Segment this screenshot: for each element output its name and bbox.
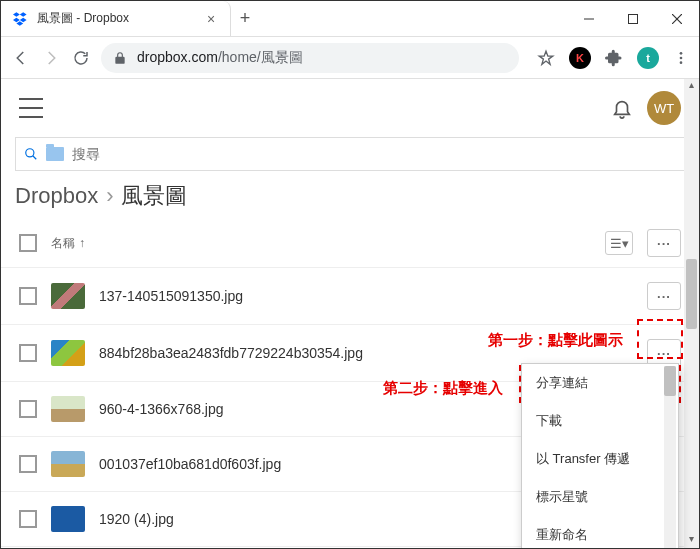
scroll-down-arrow[interactable]: ▾ (684, 533, 699, 548)
app-header: WT (1, 79, 699, 137)
chevron-right-icon: › (106, 183, 113, 209)
search-bar[interactable] (15, 137, 685, 171)
browser-titlebar: 風景圖 - Dropbox × + (1, 1, 699, 37)
forward-button[interactable] (41, 48, 61, 68)
file-name[interactable]: 137-140515091350.jpg (99, 288, 633, 304)
svg-point-4 (680, 52, 683, 55)
extensions-icon[interactable] (605, 49, 623, 67)
close-icon[interactable]: × (204, 12, 218, 26)
dropbox-icon (13, 11, 29, 27)
thumbnail (51, 396, 85, 422)
minimize-button[interactable] (567, 1, 611, 36)
svg-point-6 (680, 61, 683, 64)
breadcrumb-current: 風景圖 (121, 181, 187, 211)
new-tab-button[interactable]: + (231, 1, 259, 36)
lock-icon (113, 51, 127, 65)
scroll-thumb[interactable] (686, 259, 697, 329)
close-window-button[interactable] (655, 1, 699, 36)
browser-toolbar: dropbox.com/home/風景圖 K t (1, 37, 699, 79)
svg-point-5 (680, 56, 683, 59)
view-mode-button[interactable]: ☰▾ (605, 231, 633, 255)
url-text: dropbox.com/home/風景圖 (137, 49, 303, 67)
svg-rect-1 (629, 14, 638, 23)
select-all-checkbox[interactable] (19, 234, 37, 252)
context-menu: 分享連結 下載 以 Transfer 傳遞 標示星號 重新命名 (521, 363, 679, 549)
address-bar[interactable]: dropbox.com/home/風景圖 (101, 43, 519, 73)
hamburger-menu-icon[interactable] (19, 98, 43, 118)
browser-tab[interactable]: 風景圖 - Dropbox × (1, 1, 231, 36)
svg-line-8 (33, 156, 37, 160)
profile-avatar-icon[interactable]: t (637, 47, 659, 69)
list-header: 名稱 ↑ ☰▾ ··· (1, 219, 699, 268)
svg-point-7 (26, 149, 34, 157)
row-checkbox[interactable] (19, 455, 37, 473)
window-controls (567, 1, 699, 36)
browser-menu-icon[interactable] (673, 50, 689, 66)
page-scrollbar[interactable]: ▴ ▾ (684, 79, 699, 548)
search-icon (24, 147, 38, 161)
file-row[interactable]: 137-140515091350.jpg ··· (1, 268, 699, 325)
star-icon[interactable] (537, 49, 555, 67)
breadcrumb-root[interactable]: Dropbox (15, 183, 98, 209)
row-checkbox[interactable] (19, 510, 37, 528)
extension-k-icon[interactable]: K (569, 47, 591, 69)
thumbnail (51, 506, 85, 532)
tab-title: 風景圖 - Dropbox (37, 10, 196, 27)
menu-share-link[interactable]: 分享連結 (522, 364, 678, 402)
thumbnail (51, 451, 85, 477)
folder-icon (46, 147, 64, 161)
notifications-icon[interactable] (611, 97, 633, 119)
menu-download[interactable]: 下載 (522, 402, 678, 440)
menu-transfer[interactable]: 以 Transfer 傳遞 (522, 440, 678, 478)
folder-actions-button[interactable]: ··· (647, 229, 681, 257)
thumbnail (51, 340, 85, 366)
menu-rename[interactable]: 重新命名 (522, 516, 678, 549)
sort-asc-icon: ↑ (79, 236, 85, 250)
row-checkbox[interactable] (19, 344, 37, 362)
file-name[interactable]: 884bf28ba3ea2483fdb7729224b30354.jpg (99, 345, 633, 361)
scroll-up-arrow[interactable]: ▴ (684, 79, 699, 94)
row-checkbox[interactable] (19, 400, 37, 418)
row-checkbox[interactable] (19, 287, 37, 305)
column-name-header[interactable]: 名稱 ↑ (51, 235, 85, 252)
row-actions-button[interactable]: ··· (647, 282, 681, 310)
back-button[interactable] (11, 48, 31, 68)
reload-button[interactable] (71, 48, 91, 68)
menu-star[interactable]: 標示星號 (522, 478, 678, 516)
thumbnail (51, 283, 85, 309)
user-avatar[interactable]: WT (647, 91, 681, 125)
search-input[interactable] (72, 146, 676, 162)
maximize-button[interactable] (611, 1, 655, 36)
breadcrumb: Dropbox › 風景圖 (1, 181, 699, 211)
menu-scrollbar[interactable] (664, 366, 676, 549)
